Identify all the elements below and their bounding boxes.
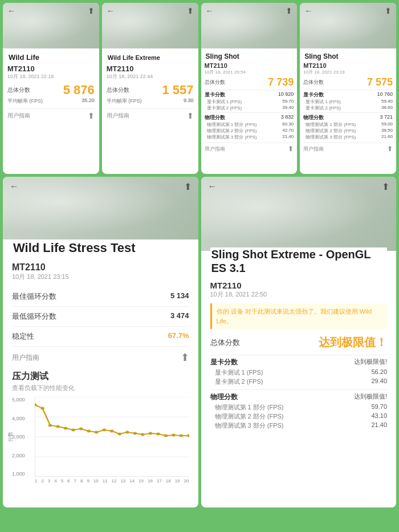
svg-point-22 — [156, 433, 160, 436]
svg-point-14 — [95, 431, 99, 434]
share-btn[interactable]: ⬆ — [181, 351, 189, 364]
svg-point-16 — [110, 430, 114, 433]
back-icon[interactable]: ← — [208, 181, 217, 192]
gpu-test2-label: 显卡测试 2 (FPS) — [205, 105, 242, 111]
physics-test3-label: 物理测试第 3 部分 (FPS) — [303, 134, 356, 140]
stress-chart-section: 压力测试 查看负载下的性能变化 5,000 4,000 3,000 2,000 … — [12, 371, 189, 484]
physics-score-label: 物理分数 — [210, 392, 238, 402]
svg-point-7 — [40, 407, 44, 410]
svg-point-20 — [141, 433, 145, 436]
gpu-test2: 39.40 — [282, 105, 294, 111]
back-icon[interactable]: ← — [304, 6, 312, 15]
physics-test3: 21.40 — [371, 421, 387, 430]
device-date: 10月 18, 2021 23:15 — [12, 273, 189, 281]
share-icon[interactable]: ⬆ — [382, 181, 389, 192]
gpu-test1-label: 显卡测试 1 (FPS) — [205, 99, 242, 105]
svg-point-18 — [125, 431, 129, 434]
gpu-test2-label: 显卡测试 2 (FPS) — [210, 377, 263, 386]
user-guide[interactable]: 用户指南 — [7, 112, 30, 120]
gpu-score-maxed: 达到极限值! — [354, 358, 387, 367]
gpu-test1: 59.70 — [282, 99, 294, 105]
share-icon[interactable]: ⬆ — [385, 6, 392, 15]
physics-score-maxed: 达到极限值! — [354, 392, 387, 402]
chart-x-labels: 1234567891011121314151617181920 — [35, 478, 189, 484]
stability-label: 稳定性 — [12, 331, 34, 342]
card-title: Sling Shot — [303, 52, 339, 60]
device-date: 10月 18, 2021 20:54 — [205, 69, 294, 75]
sling-shot-2-card: ← ⬆ Sling Shot MT2110 10月 18, 2021 23:19… — [300, 3, 396, 174]
share-btn[interactable]: ⬆ — [387, 145, 393, 153]
user-guide[interactable]: 用户指南 — [12, 353, 39, 363]
svg-point-25 — [180, 434, 184, 437]
share-icon[interactable]: ⬆ — [184, 181, 192, 192]
total-score-maxed: 达到极限值！ — [319, 335, 387, 350]
total-score: 7 739 — [268, 76, 294, 88]
card-title: Wild Life Stress Test — [12, 241, 137, 255]
gpu-test1-label: 显卡测试 1 (FPS) — [303, 99, 341, 105]
svg-point-17 — [117, 433, 121, 436]
physics-test1: 59.70 — [371, 403, 387, 412]
svg-point-23 — [164, 434, 168, 437]
physics-score-label: 物理分数 — [303, 114, 324, 121]
device-date: 10月 18, 2021 22:16 — [7, 73, 95, 80]
back-icon[interactable]: ← — [10, 181, 19, 192]
card-title: Wild Life — [7, 53, 40, 62]
svg-point-10 — [64, 427, 68, 430]
share-btn[interactable]: ⬆ — [88, 111, 95, 120]
worst-loop-label: 最低循环分数 — [12, 311, 56, 322]
total-score-label: 总体分数 — [303, 79, 324, 86]
device-name: MT2110 — [12, 262, 189, 273]
svg-point-9 — [56, 425, 60, 428]
share-icon[interactable]: ⬆ — [286, 6, 292, 15]
physics-test1-label: 物理测试第 1 部分 (FPS) — [210, 403, 284, 412]
svg-point-8 — [48, 424, 52, 427]
physics-test2-label: 物理测试第 2 部分 (FPS) — [205, 128, 257, 134]
wild-life-card: ← ⬆ Wild Life MT2110 10月 18, 2021 22:16 … — [3, 3, 99, 174]
total-score: 1 557 — [162, 83, 193, 98]
share-icon[interactable]: ⬆ — [88, 6, 95, 15]
device-date: 10月 18, 2021 22:44 — [107, 73, 194, 80]
device-name: MT2110 — [107, 64, 194, 73]
total-score-label: 总体分数 — [205, 79, 225, 86]
card-title: Sling Shot — [205, 52, 241, 60]
svg-point-19 — [133, 432, 137, 435]
user-guide[interactable]: 用户指南 — [107, 112, 129, 120]
user-guide[interactable]: 用户指南 — [205, 145, 225, 153]
physics-score-label: 物理分数 — [205, 114, 225, 121]
share-btn[interactable]: ⬆ — [187, 111, 194, 120]
physics-test2-label: 物理测试第 2 部分 (FPS) — [303, 128, 356, 134]
avg-fps: 35.20 — [82, 98, 95, 105]
gpu-test1-label: 显卡测试 1 (FPS) — [210, 368, 263, 377]
stress-chart-title: 压力测试 — [12, 371, 189, 383]
total-score-label: 总体分数 — [107, 86, 129, 94]
stress-chart-subtitle: 查看负载下的性能变化 — [12, 384, 189, 392]
physics-test3-label: 物理测试第 3 部分 (FPS) — [210, 421, 284, 430]
user-guide[interactable]: 用户指南 — [303, 145, 324, 153]
back-icon[interactable]: ← — [7, 6, 15, 15]
physics-score: 3 832 — [281, 114, 294, 121]
gpu-test1: 59.40 — [381, 99, 393, 105]
back-icon[interactable]: ← — [107, 6, 115, 15]
chart-line — [35, 397, 189, 477]
share-btn[interactable]: ⬆ — [288, 145, 294, 153]
wild-life-stress-card: ← ⬆ Wild Life Stress Test MT2110 10月 18,… — [3, 177, 198, 507]
device-name: MT2110 — [303, 62, 393, 69]
gpu-score-label: 显卡分数 — [210, 358, 238, 367]
back-icon[interactable]: ← — [206, 6, 214, 15]
physics-test1: 60.30 — [282, 121, 294, 128]
svg-point-21 — [148, 432, 152, 435]
device-name: MT2110 — [210, 281, 388, 290]
share-icon[interactable]: ⬆ — [187, 6, 194, 15]
gpu-test2: 38.60 — [381, 105, 393, 111]
gpu-score-label: 显卡分数 — [205, 91, 225, 99]
device-date: 10月 18, 2021 23:19 — [303, 69, 393, 75]
physics-test2: 42.70 — [282, 128, 294, 134]
physics-test2-label: 物理测试第 2 部分 (FPS) — [210, 412, 284, 421]
card-title: Sling Shot Extreme - OpenGL ES 3.1 — [210, 247, 388, 275]
physics-test3: 21.60 — [381, 134, 393, 140]
avg-fps: 9.30 — [184, 98, 194, 105]
gpu-test2-label: 显卡测试 2 (FPS) — [303, 105, 341, 111]
gpu-score: 10 760 — [377, 91, 393, 99]
wild-life-extreme-card: ← ⬆ Wild Life Extreme MT2110 10月 18, 202… — [102, 3, 198, 174]
physics-test1: 59.00 — [381, 121, 393, 128]
